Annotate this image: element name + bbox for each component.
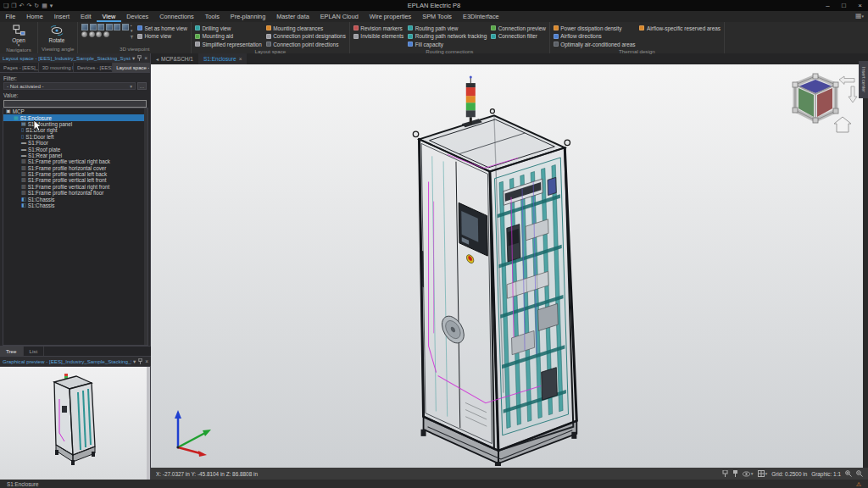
graphic-scale[interactable]: Graphic: 1:1 <box>811 471 841 477</box>
navigator-tab[interactable]: Pages - [EES]_Ind... <box>0 63 39 72</box>
object-snap-pin-icon[interactable] <box>732 470 738 477</box>
redo-icon[interactable]: ↷ <box>26 0 31 11</box>
tree-item[interactable]: ▥ S1:Frame profile horizontal cover <box>3 165 147 171</box>
menu-tab[interactable]: Devices <box>121 11 154 22</box>
minimize-button[interactable]: – <box>820 0 836 11</box>
tree-item[interactable]: ▥ S1:Frame profile vertical left back <box>3 171 147 177</box>
panel-dropdown-icon[interactable]: ▾ <box>132 55 135 62</box>
menu-tab[interactable]: Tools <box>199 11 225 22</box>
menu-tab[interactable]: File <box>0 11 21 22</box>
panel-pin-icon[interactable] <box>137 55 142 61</box>
navigation-cube[interactable] <box>783 71 860 142</box>
simplified-representation-button[interactable]: Simplified representation <box>195 41 262 47</box>
connection-filter-button[interactable]: Connection filter <box>491 33 546 40</box>
menu-tab[interactable]: Connections <box>154 11 200 22</box>
filter-more-button[interactable]: … <box>137 82 147 90</box>
layer-dropdown-icon[interactable]: ▾ <box>758 470 768 477</box>
viewpoint-cube-icon-4[interactable] <box>106 24 113 30</box>
viewpoint-sphere-icon-1[interactable] <box>81 31 87 37</box>
refresh-icon[interactable]: ↻ <box>34 0 39 11</box>
menu-tab[interactable]: Wire properties <box>364 11 416 22</box>
doc-tab-s1-enclosure[interactable]: S1:Enclosure × <box>198 53 247 64</box>
tree-item[interactable]: ◧ S1:Chassis <box>3 202 147 208</box>
rotate-vertical-arrow-icon[interactable] <box>849 86 857 103</box>
preview-pin-icon[interactable] <box>138 358 142 364</box>
insert-box-icon[interactable]: ▦ <box>42 0 47 11</box>
routing-path-network-tracking-button[interactable]: Routing path network tracking <box>408 33 487 40</box>
viewpoint-expand-icon[interactable]: ┳ <box>131 34 133 38</box>
open-file-icon[interactable]: ❐ <box>11 0 16 11</box>
new-page-icon[interactable]: ❏ <box>3 0 8 11</box>
zoom-out-icon[interactable] <box>856 470 863 477</box>
view-tab[interactable]: Tree <box>0 347 24 356</box>
set-as-home-view-button[interactable]: Set as home view <box>137 25 187 31</box>
tree-item[interactable]: ▥ S1:Frame profile vertical right front <box>3 184 147 190</box>
close-button[interactable]: × <box>852 0 868 11</box>
tree-item[interactable]: ▬ S1:Floor <box>3 140 147 146</box>
quick-access-caret-icon[interactable]: ▾ <box>50 0 53 11</box>
tree-item[interactable]: ▥ S1:Frame profile vertical right back <box>3 158 147 164</box>
restore-button[interactable]: □ <box>836 0 852 11</box>
drilling-view-button[interactable]: Drilling view <box>195 25 262 31</box>
optimally-air-conditioned-areas-button[interactable]: Optimally air-conditioned areas <box>554 41 636 47</box>
rotate-left-arrow-icon[interactable] <box>839 76 854 85</box>
preview-scrollbar[interactable] <box>147 367 150 480</box>
undo-icon[interactable]: ↶ <box>19 0 25 11</box>
tree-item[interactable]: ▣ MCP <box>3 108 147 114</box>
doc-tab-mcp-sch[interactable]: ◂ MCP&SCH/1 <box>151 53 198 64</box>
mounting-aid-button[interactable]: Mounting aid <box>195 33 262 40</box>
fill-capacity-button[interactable]: Fill capacity <box>408 41 487 47</box>
menu-tab[interactable]: EPLAN Cloud <box>314 11 364 22</box>
visibility-dropdown-icon[interactable]: ▾ <box>743 471 754 477</box>
tree-scrollbar[interactable] <box>144 108 147 345</box>
invisible-elements-button[interactable]: Invisible elements <box>353 33 403 40</box>
filter-select[interactable]: - Not activated - ▾ <box>3 82 136 90</box>
connection-preview-button[interactable]: Connection preview <box>491 25 546 31</box>
tree-item[interactable]: ▯ S1:Door left <box>3 134 147 140</box>
airflow-specific-reserved-areas-button[interactable]: Airflow-specific reserved areas <box>639 25 721 31</box>
power-dissipation-density-button[interactable]: Power dissipation density <box>554 25 636 31</box>
viewpoint-down-icon[interactable]: ▾ <box>131 29 133 33</box>
mounting-clearances-button[interactable]: Mounting clearances <box>266 25 346 31</box>
tree-item[interactable]: ▤ S1:Mounting panel <box>3 121 147 127</box>
warning-icon[interactable]: ⚠ <box>856 480 861 488</box>
tree-item[interactable]: ▥ S1:Frame profile horizontal floor <box>3 190 147 196</box>
insert-center-collapsed-tab[interactable]: Insert center <box>859 61 868 98</box>
graphical-preview[interactable] <box>0 366 150 480</box>
viewpoint-sphere-icon-3[interactable] <box>96 31 102 37</box>
viewpoint-cube-icon-3[interactable] <box>97 24 104 30</box>
zoom-in-icon[interactable] <box>845 470 852 477</box>
navigator-tab[interactable]: Devices - [EES]_In... <box>74 63 113 72</box>
menu-tab[interactable]: Edit <box>75 11 97 22</box>
connection-point-directions-button[interactable]: Connection point directions <box>266 41 346 47</box>
menu-tab[interactable]: Pre-planning <box>225 11 270 22</box>
viewpoint-cube-icon-1[interactable] <box>81 24 88 30</box>
navigator-tab[interactable]: Layout space - [E... <box>113 63 150 72</box>
revision-markers-button[interactable]: Revision markers <box>353 25 403 31</box>
menu-tab[interactable]: Insert <box>48 11 75 22</box>
menu-tab[interactable]: E3DInterface <box>458 11 505 22</box>
menu-tab[interactable]: Master data <box>271 11 315 22</box>
tree-item[interactable]: ▯ S1:Door right <box>3 127 147 133</box>
menu-tab[interactable]: SPM Tools <box>417 11 458 22</box>
viewpoint-cube-icon-6[interactable] <box>122 24 129 30</box>
tree-item[interactable]: ▬ S1:Roof plate <box>3 146 147 152</box>
value-input[interactable] <box>3 100 147 108</box>
viewpoint-sphere-icon-4[interactable] <box>103 31 109 37</box>
panel-close-icon[interactable]: × <box>144 55 147 61</box>
airflow-directions-button[interactable]: Airflow directions <box>554 33 636 40</box>
tab-close-icon[interactable]: × <box>239 56 242 62</box>
grid-setting[interactable]: Grid: 0.2500 in <box>771 471 807 477</box>
snap-pin-icon[interactable] <box>722 470 728 477</box>
rotate-button[interactable]: Rotate <box>42 24 72 43</box>
menu-tab[interactable]: View <box>97 11 121 22</box>
menu-tab[interactable]: Home <box>21 11 48 22</box>
viewpoint-cube-icon-5[interactable] <box>114 24 120 30</box>
viewpoint-sphere-icon-2[interactable] <box>89 31 95 37</box>
open-button[interactable]: Open ▾ <box>3 24 34 47</box>
preview-close-icon[interactable]: × <box>145 358 148 364</box>
tree-item[interactable]: ◧ S1:Chassis <box>3 196 147 202</box>
tree-item[interactable]: ▦ S1:Enclosure <box>3 114 147 120</box>
home-view-cube-icon[interactable] <box>834 117 851 132</box>
home-view-button[interactable]: Home view <box>137 33 187 40</box>
